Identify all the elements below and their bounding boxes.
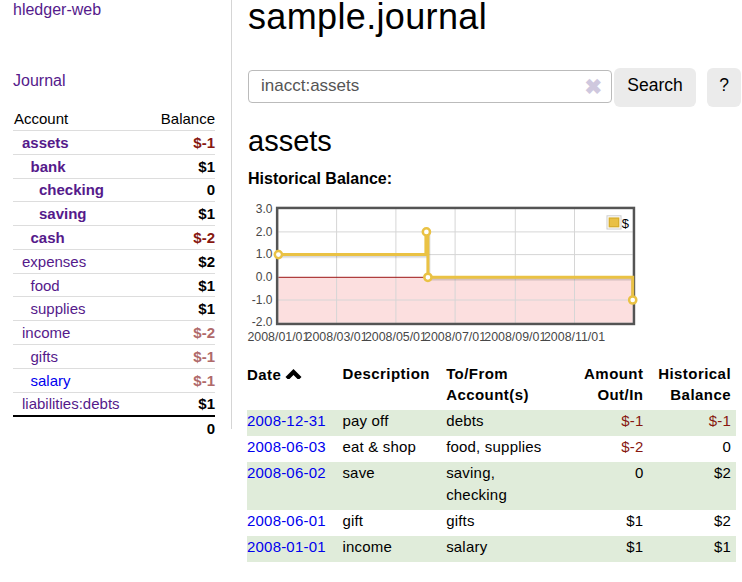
svg-text:3.0: 3.0 xyxy=(256,202,273,216)
svg-text:1.0: 1.0 xyxy=(256,247,273,261)
svg-text:2008/07/01: 2008/07/01 xyxy=(424,330,486,344)
svg-text:2008/09/01: 2008/09/01 xyxy=(484,330,546,344)
svg-text:-2.0: -2.0 xyxy=(252,315,273,329)
svg-text:2008/11/01: 2008/11/01 xyxy=(544,330,605,344)
svg-text:2008/03/01: 2008/03/01 xyxy=(306,330,368,344)
svg-text:2008/01/01: 2008/01/01 xyxy=(247,330,309,344)
svg-text:2008/05/01: 2008/05/01 xyxy=(365,330,427,344)
svg-text:2.0: 2.0 xyxy=(256,225,273,239)
svg-text:$: $ xyxy=(622,216,630,231)
svg-text:0.0: 0.0 xyxy=(256,270,273,284)
svg-text:-1.0: -1.0 xyxy=(252,293,273,307)
